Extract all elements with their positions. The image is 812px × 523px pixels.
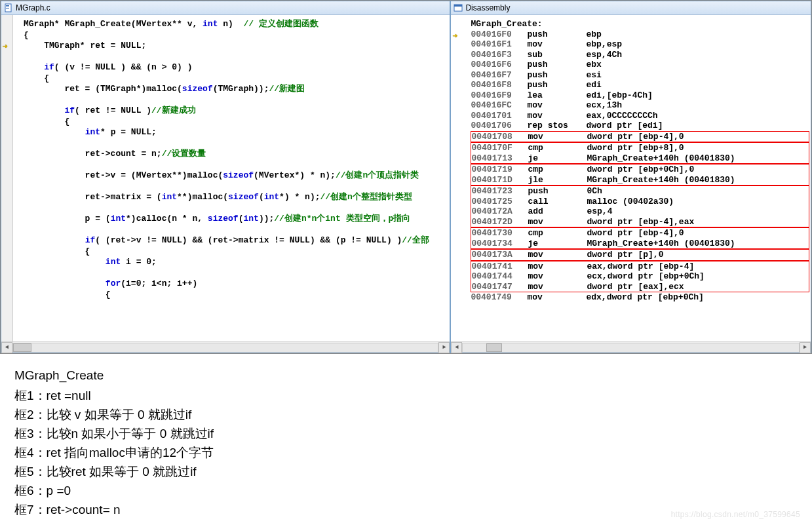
disasm-row[interactable]: 00401706rep stosdword ptr [edi] bbox=[471, 121, 809, 131]
source-line[interactable]: ret = (TMGraph*)malloc(sizeof(TMGraph));… bbox=[24, 84, 448, 95]
highlight-box-4: 00401723push0Ch00401725callmalloc (00402… bbox=[471, 185, 809, 227]
highlight-box-2: 0040170Fcmpdword ptr [ebp+8],000401713je… bbox=[471, 142, 809, 164]
source-line[interactable]: ret->matrix = (int**)malloc(sizeof(int*)… bbox=[24, 192, 448, 203]
source-line[interactable] bbox=[24, 203, 448, 214]
disassembly-icon bbox=[454, 3, 463, 12]
disasm-row[interactable]: 00401708movdword ptr [ebp-4],0 bbox=[471, 132, 809, 142]
source-line[interactable]: TMGraph* ret = NULL; bbox=[24, 41, 448, 52]
disasm-row[interactable]: 0040170Fcmpdword ptr [ebp+8],0 bbox=[471, 143, 809, 153]
source-line[interactable] bbox=[24, 138, 448, 149]
disasm-row[interactable]: 004016FCmovecx,13h bbox=[471, 100, 809, 111]
disasm-row[interactable]: 004016F3subesp,4Ch bbox=[471, 50, 809, 60]
source-line[interactable]: { bbox=[24, 30, 448, 41]
source-line[interactable] bbox=[24, 225, 448, 236]
source-line[interactable]: if( (v != NULL ) && (n > 0) ) bbox=[24, 62, 448, 73]
scroll-track[interactable] bbox=[12, 343, 438, 353]
scroll-right-btn[interactable]: ► bbox=[438, 342, 450, 353]
notes-block: MGraph_Create 框1：ret =null框2：比较 v 如果等于 0… bbox=[0, 354, 812, 523]
disassembly-view[interactable]: MGraph_Create:004016F0pushebp004016F1mov… bbox=[451, 15, 811, 341]
disasm-row[interactable]: 0040172Aaddesp,4 bbox=[471, 206, 809, 217]
source-line[interactable]: int* p = NULL; bbox=[24, 127, 448, 138]
source-line[interactable] bbox=[24, 160, 448, 171]
disassembly-pane: Disassembly MGraph_Create:004016F0pusheb… bbox=[450, 1, 811, 353]
svg-rect-5 bbox=[454, 5, 462, 7]
source-line[interactable]: ret->count = n;//设置数量 bbox=[24, 149, 448, 160]
highlight-box-1: 00401708movdword ptr [ebp-4],0 bbox=[471, 131, 809, 143]
highlight-box-7: 00401741moveax,dword ptr [ebp-4]00401744… bbox=[471, 261, 809, 293]
disasm-row[interactable]: 00401734jeMGraph_Create+140h (00401830) bbox=[471, 239, 809, 249]
source-line[interactable]: { bbox=[24, 246, 448, 258]
source-line[interactable]: ret->v = (MVertex**)malloc(sizeof(MVerte… bbox=[24, 170, 448, 182]
source-line[interactable]: if( ret != NULL )//新建成功 bbox=[24, 106, 448, 117]
source-line[interactable]: { bbox=[24, 290, 448, 301]
note-line: 框3：比较n 如果小于等于 0 就跳过if bbox=[14, 424, 800, 443]
disasm-row[interactable]: 004016F0pushebp bbox=[471, 29, 809, 40]
disasm-row[interactable]: 0040173Amovdword ptr [p],0 bbox=[471, 250, 809, 260]
disassembly-title: Disassembly bbox=[465, 3, 510, 12]
disasm-row[interactable]: 004016F6pushebx bbox=[471, 60, 809, 70]
scroll-track[interactable] bbox=[462, 343, 800, 353]
source-line[interactable]: { bbox=[24, 73, 448, 85]
source-line[interactable]: int i = 0; bbox=[24, 257, 448, 268]
file-icon bbox=[4, 3, 13, 12]
scroll-left-btn[interactable]: ◄ bbox=[451, 342, 462, 353]
highlight-box-6: 0040173Amovdword ptr [p],0 bbox=[471, 249, 809, 261]
disasm-row[interactable]: 004016F1movebp,esp bbox=[471, 39, 809, 50]
notes-title: MGraph_Create bbox=[14, 366, 800, 385]
svg-rect-3 bbox=[6, 8, 9, 9]
scroll-thumb[interactable] bbox=[486, 343, 502, 352]
source-line[interactable]: { bbox=[24, 117, 448, 128]
disasm-row[interactable]: 00401741moveax,dword ptr [ebp-4] bbox=[471, 262, 809, 272]
disasm-row[interactable]: 004016F8pushedi bbox=[471, 80, 809, 90]
note-line: 框6：p =0 bbox=[14, 481, 800, 500]
disasm-row[interactable]: 00401730cmpdword ptr [ebp-4],0 bbox=[471, 228, 809, 239]
source-pane: MGraph.c MGraph* MGraph_Create(MVertex**… bbox=[1, 1, 450, 353]
disasm-row[interactable]: 00401719cmpdword ptr [ebp+0Ch],0 bbox=[471, 165, 809, 175]
highlight-box-3: 00401719cmpdword ptr [ebp+0Ch],00040171D… bbox=[471, 164, 809, 185]
scroll-right-btn[interactable]: ► bbox=[800, 342, 811, 353]
source-line[interactable]: if( (ret->v != NULL) && (ret->matrix != … bbox=[24, 235, 448, 246]
source-line[interactable] bbox=[24, 182, 448, 193]
ide-window: MGraph.c MGraph* MGraph_Create(MVertex**… bbox=[0, 0, 812, 354]
source-line[interactable]: for(i=0; i<n; i++) bbox=[24, 279, 448, 290]
disasm-header: MGraph_Create: bbox=[471, 19, 809, 29]
svg-rect-2 bbox=[6, 7, 9, 7]
source-line[interactable] bbox=[24, 52, 448, 63]
disasm-row[interactable]: 00401749movedx,dword ptr [ebp+0Ch] bbox=[471, 292, 809, 303]
highlight-box-5: 00401730cmpdword ptr [ebp-4],000401734je… bbox=[471, 227, 809, 249]
disasm-hscrollbar[interactable]: ◄ ► bbox=[451, 341, 811, 353]
scroll-left-btn[interactable]: ◄ bbox=[1, 342, 12, 353]
disasm-row[interactable]: 00401723push0Ch bbox=[471, 186, 809, 197]
scroll-thumb[interactable] bbox=[13, 343, 31, 352]
disassembly-titlebar[interactable]: Disassembly bbox=[451, 1, 811, 15]
svg-rect-1 bbox=[6, 5, 9, 6]
source-title: MGraph.c bbox=[16, 3, 50, 12]
source-hscrollbar[interactable]: ◄ ► bbox=[1, 341, 450, 353]
disasm-row[interactable]: 0040171DjleMGraph_Create+140h (00401830) bbox=[471, 175, 809, 185]
disasm-row[interactable]: 0040172Dmovdword ptr [ebp-4],eax bbox=[471, 217, 809, 227]
disasm-row[interactable]: 00401725callmalloc (00402a30) bbox=[471, 197, 809, 207]
disasm-row[interactable]: 004016F7pushesi bbox=[471, 70, 809, 81]
note-line: 框2：比较 v 如果等于 0 就跳过if bbox=[14, 405, 800, 424]
disasm-row[interactable]: 00401744movecx,dword ptr [ebp+0Ch] bbox=[471, 271, 809, 282]
note-line: 框5：比较ret 如果等于 0 就跳过if bbox=[14, 462, 800, 481]
disasm-row[interactable]: 00401713jeMGraph_Create+140h (00401830) bbox=[471, 153, 809, 164]
note-line: 框1：ret =null bbox=[14, 386, 800, 405]
note-line: 框4：ret 指向malloc申请的12个字节 bbox=[14, 443, 800, 462]
watermark: https://blog.csdn.net/m0_37599645 bbox=[671, 510, 800, 519]
source-line[interactable] bbox=[24, 95, 448, 106]
disasm-row[interactable]: 004016F9leaedi,[ebp-4Ch] bbox=[471, 90, 809, 101]
source-line[interactable]: p = (int*)calloc(n * n, sizeof(int));//创… bbox=[24, 214, 448, 225]
source-editor[interactable]: MGraph* MGraph_Create(MVertex** v, int n… bbox=[1, 15, 450, 341]
source-titlebar[interactable]: MGraph.c bbox=[1, 1, 450, 15]
source-line[interactable]: MGraph* MGraph_Create(MVertex** v, int n… bbox=[24, 19, 448, 30]
source-line[interactable] bbox=[24, 268, 448, 279]
disasm-row[interactable]: 00401747movdword ptr [eax],ecx bbox=[471, 282, 809, 292]
disasm-row[interactable]: 00401701moveax,0CCCCCCCCh bbox=[471, 111, 809, 121]
